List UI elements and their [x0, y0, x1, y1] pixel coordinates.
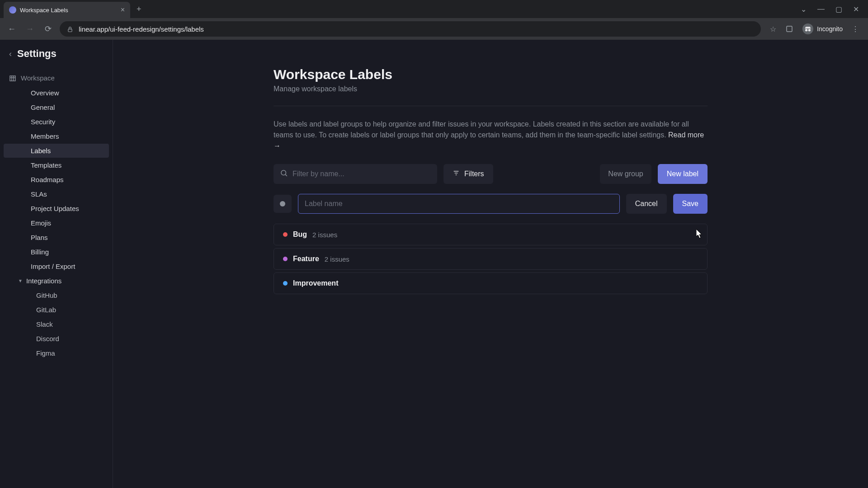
- svg-point-8: [281, 170, 286, 175]
- svg-point-3: [808, 29, 811, 31]
- url-actions: ☆ Incognito ⋮: [766, 23, 863, 34]
- divider: [274, 106, 708, 106]
- caret-down-icon: ▼: [18, 278, 23, 283]
- label-name: Bug: [293, 230, 307, 239]
- sidebar-item-labels[interactable]: Labels: [4, 144, 109, 158]
- search-icon: [280, 169, 288, 179]
- tab-title: Workspace Labels: [20, 7, 117, 14]
- integration-item-discord[interactable]: Discord: [4, 332, 109, 346]
- workspace-group-label: Workspace: [21, 74, 55, 82]
- sidebar-item-slas[interactable]: SLAs: [4, 187, 109, 201]
- filter-search-wrap[interactable]: [274, 164, 437, 184]
- sidebar-item-project-updates[interactable]: Project Updates: [4, 202, 109, 216]
- svg-rect-4: [10, 76, 15, 81]
- new-group-button[interactable]: New group: [600, 164, 651, 184]
- filter-input[interactable]: [292, 170, 431, 178]
- label-row-bug[interactable]: Bug2 issues: [274, 224, 708, 245]
- browser-chrome: Workspace Labels × + ⌄ — ▢ ✕ ← → ⟳ linea…: [0, 0, 868, 40]
- label-name: Improvement: [293, 279, 338, 287]
- extensions-icon[interactable]: [785, 25, 793, 33]
- integrations-toggle[interactable]: ▼ Integrations: [0, 274, 113, 288]
- chevron-down-icon[interactable]: ⌄: [801, 5, 807, 14]
- label-issue-count: 2 issues: [312, 231, 337, 239]
- window-controls: ⌄ — ▢ ✕: [801, 5, 868, 14]
- svg-rect-0: [68, 29, 72, 32]
- label-row-improvement[interactable]: Improvement: [274, 272, 708, 294]
- settings-sidebar: ‹ Settings Workspace OverviewGeneralSecu…: [0, 40, 113, 488]
- sidebar-item-general[interactable]: General: [4, 100, 109, 114]
- description-text: Use labels and label groups to help orga…: [274, 119, 708, 151]
- label-color-dot: [283, 257, 288, 261]
- color-dot-icon: [280, 201, 285, 206]
- new-label-form: Cancel Save: [274, 194, 708, 214]
- app-body: ‹ Settings Workspace OverviewGeneralSecu…: [0, 40, 868, 488]
- label-name-input[interactable]: [298, 194, 620, 214]
- label-list: Bug2 issuesFeature2 issuesImprovement: [274, 224, 708, 294]
- color-picker-button[interactable]: [274, 195, 292, 213]
- integration-item-github[interactable]: GitHub: [4, 288, 109, 302]
- sidebar-item-import-export[interactable]: Import / Export: [4, 259, 109, 273]
- new-tab-button[interactable]: +: [137, 5, 142, 14]
- integration-item-figma[interactable]: Figma: [4, 346, 109, 360]
- tab-favicon-icon: [9, 6, 16, 14]
- save-button[interactable]: Save: [673, 194, 708, 214]
- description-body: Use labels and label groups to help orga…: [274, 120, 689, 139]
- maximize-icon[interactable]: ▢: [835, 5, 842, 14]
- minimize-icon[interactable]: —: [817, 5, 825, 14]
- sidebar-item-security[interactable]: Security: [4, 115, 109, 129]
- sidebar-item-billing[interactable]: Billing: [4, 245, 109, 259]
- url-text: linear.app/ui-feed-redesign/settings/lab…: [79, 25, 204, 33]
- workspace-group-header[interactable]: Workspace: [0, 70, 113, 85]
- page-title: Workspace Labels: [274, 67, 708, 82]
- forward-button[interactable]: →: [24, 24, 36, 34]
- kebab-menu-icon[interactable]: ⋮: [852, 25, 859, 33]
- sidebar-item-templates[interactable]: Templates: [4, 158, 109, 172]
- sidebar-item-members[interactable]: Members: [4, 129, 109, 143]
- label-row-feature[interactable]: Feature2 issues: [274, 248, 708, 270]
- page-subtitle: Manage workspace labels: [274, 85, 708, 93]
- lock-icon: [67, 25, 73, 33]
- incognito-icon: [802, 23, 813, 34]
- cancel-button[interactable]: Cancel: [626, 194, 667, 214]
- sidebar-item-overview[interactable]: Overview: [4, 86, 109, 100]
- svg-line-9: [285, 174, 287, 176]
- main-content: Workspace Labels Manage workspace labels…: [113, 40, 868, 488]
- tab-bar: Workspace Labels × + ⌄ — ▢ ✕: [0, 0, 868, 18]
- incognito-label: Incognito: [817, 25, 843, 33]
- label-issue-count: 2 issues: [325, 255, 349, 263]
- integrations-label: Integrations: [26, 277, 61, 285]
- sidebar-item-plans[interactable]: Plans: [4, 230, 109, 244]
- close-window-icon[interactable]: ✕: [853, 5, 859, 14]
- url-bar: ← → ⟳ linear.app/ui-feed-redesign/settin…: [0, 18, 868, 40]
- back-button[interactable]: ←: [5, 24, 18, 34]
- integration-item-gitlab[interactable]: GitLab: [4, 303, 109, 317]
- integration-item-slack[interactable]: Slack: [4, 317, 109, 331]
- filter-icon: [453, 169, 460, 178]
- filters-label: Filters: [464, 170, 484, 178]
- svg-rect-1: [787, 26, 792, 32]
- svg-point-2: [805, 29, 807, 31]
- sidebar-item-emojis[interactable]: Emojis: [4, 216, 109, 230]
- filters-button[interactable]: Filters: [443, 164, 493, 184]
- back-icon[interactable]: ‹: [9, 49, 12, 59]
- label-color-dot: [283, 232, 288, 237]
- bookmark-icon[interactable]: ☆: [770, 25, 776, 33]
- reload-button[interactable]: ⟳: [42, 24, 54, 34]
- address-bar[interactable]: linear.app/ui-feed-redesign/settings/lab…: [60, 21, 761, 37]
- browser-tab[interactable]: Workspace Labels ×: [4, 2, 130, 18]
- close-tab-icon[interactable]: ×: [121, 6, 125, 14]
- incognito-chip[interactable]: Incognito: [802, 23, 843, 34]
- new-label-button[interactable]: New label: [658, 164, 708, 184]
- workspace-icon: [9, 75, 16, 82]
- toolbar: Filters New group New label: [274, 164, 708, 184]
- sidebar-header: ‹ Settings: [0, 48, 113, 70]
- label-name: Feature: [293, 255, 319, 263]
- sidebar-item-roadmaps[interactable]: Roadmaps: [4, 173, 109, 187]
- settings-title: Settings: [17, 48, 57, 60]
- label-color-dot: [283, 281, 288, 286]
